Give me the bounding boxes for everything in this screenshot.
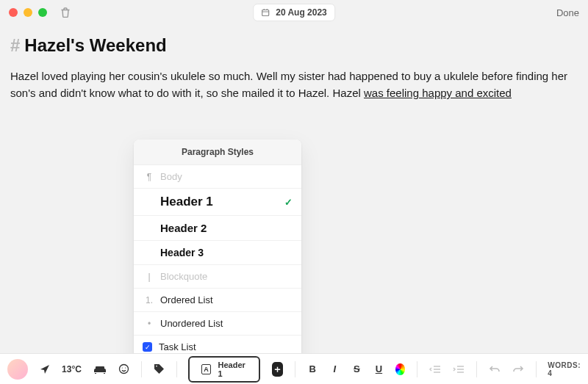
separator	[476, 361, 477, 377]
window-titlebar: 20 Aug 2023 Done	[0, 0, 588, 25]
calendar-icon	[261, 8, 270, 17]
style-label: Blockquote	[160, 271, 293, 282]
document-title-row: # Hazel's Weekend	[10, 35, 578, 56]
task-checkbox-icon: ✓	[143, 342, 152, 352]
check-icon: ✓	[284, 197, 293, 208]
redo-button[interactable]	[512, 364, 524, 374]
couch-icon[interactable]	[93, 365, 107, 374]
zoom-window-button[interactable]	[38, 8, 47, 17]
add-block-button[interactable]: ＋	[272, 362, 284, 377]
separator	[417, 361, 417, 377]
weather-temp[interactable]: 13°C	[62, 364, 82, 374]
separator	[176, 361, 177, 377]
style-label: Ordered List	[160, 294, 293, 305]
svg-rect-0	[262, 10, 269, 16]
location-icon[interactable]	[40, 364, 50, 374]
avatar[interactable]	[7, 359, 28, 380]
svg-point-2	[122, 367, 123, 368]
style-a-icon: A	[201, 364, 210, 374]
bold-button[interactable]: B	[307, 363, 318, 374]
trash-icon[interactable]	[60, 7, 71, 18]
panel-title: Paragraph Styles	[134, 140, 301, 165]
svg-point-3	[125, 367, 126, 368]
close-window-button[interactable]	[9, 8, 18, 17]
style-label: Task List	[159, 341, 293, 352]
emoji-icon[interactable]	[118, 363, 129, 374]
style-label: Unordered List	[160, 318, 293, 329]
style-option-header-2[interactable]: Header 2	[134, 216, 301, 241]
date-text: 20 Aug 2023	[276, 7, 327, 18]
style-selected-label: Header 1	[218, 361, 247, 378]
strike-button[interactable]: S	[351, 363, 362, 374]
separator	[536, 361, 537, 377]
style-label: Body	[160, 171, 293, 182]
outdent-button[interactable]	[429, 365, 441, 374]
style-option-ordered-list[interactable]: 1.Ordered List	[134, 289, 301, 312]
style-icon: •	[143, 319, 156, 329]
svg-point-1	[119, 365, 128, 374]
style-icon: 1.	[143, 295, 156, 305]
color-picker-icon[interactable]	[395, 363, 405, 375]
style-option-unordered-list[interactable]: •Unordered List	[134, 312, 301, 336]
window-controls	[9, 8, 47, 17]
heading-marker: #	[10, 35, 20, 56]
editor-area[interactable]: # Hazel's Weekend Hazel loved playing he…	[0, 25, 588, 102]
bottom-toolbar: 13°C A Header 1 ＋ B I S U WORDS: 4	[0, 353, 588, 384]
style-option-header-3[interactable]: Header 3	[134, 241, 301, 265]
style-option-header-1[interactable]: Header 1✓	[134, 189, 301, 216]
indent-button[interactable]	[453, 365, 465, 374]
style-option-blockquote[interactable]: |Blockquote	[134, 265, 301, 289]
word-count[interactable]: WORDS: 4	[548, 361, 581, 377]
style-label: Header 2	[160, 222, 293, 234]
style-label: Header 1	[160, 195, 284, 209]
body-text-underlined: was feeling happy and excited	[364, 87, 512, 99]
style-option-body[interactable]: ¶Body	[134, 165, 301, 189]
minimize-window-button[interactable]	[24, 8, 32, 17]
tag-icon[interactable]	[154, 363, 165, 374]
document-body[interactable]: Hazel loved playing her cousin's ukulele…	[10, 68, 576, 102]
underline-button[interactable]: U	[373, 363, 384, 374]
paragraph-styles-panel: Paragraph Styles ¶BodyHeader 1✓Header 2H…	[134, 140, 301, 369]
separator	[141, 361, 142, 377]
italic-button[interactable]: I	[329, 363, 340, 374]
style-icon: |	[143, 272, 156, 282]
paragraph-style-button[interactable]: A Header 1	[188, 356, 259, 383]
style-icon: ¶	[143, 172, 156, 182]
undo-button[interactable]	[489, 364, 501, 374]
style-label: Header 3	[160, 247, 293, 258]
document-title[interactable]: Hazel's Weekend	[24, 35, 166, 56]
separator	[295, 361, 295, 377]
done-button[interactable]: Done	[556, 7, 579, 18]
date-picker[interactable]: 20 Aug 2023	[253, 4, 335, 21]
